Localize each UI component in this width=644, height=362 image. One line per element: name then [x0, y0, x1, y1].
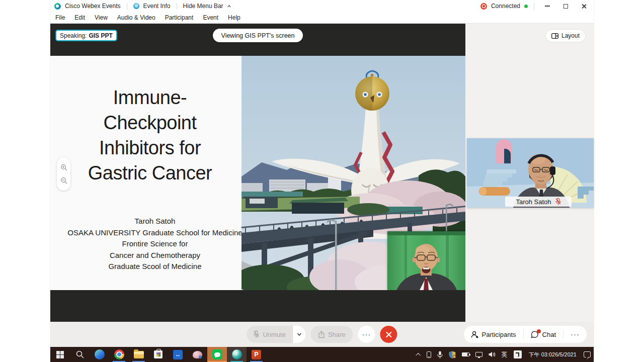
- taskbar-line[interactable]: [207, 347, 227, 362]
- zoom-out-icon[interactable]: [60, 177, 67, 184]
- presentation-slide: Immune- Checkpoint Inhibitors for Gastri…: [50, 56, 465, 290]
- system-tray: 英 下午 03:02 6/5/2021: [414, 347, 594, 362]
- hide-menu-bar-link[interactable]: Hide Menu Bar: [183, 3, 223, 10]
- file-explorer-icon: [134, 351, 144, 358]
- shared-screen-stage: Speaking: GIS PPT Viewing GIS PPT's scre…: [50, 24, 465, 322]
- divider: [177, 3, 177, 10]
- microphone-icon: [437, 351, 443, 358]
- shield-icon: [449, 351, 456, 358]
- viewing-banner: Viewing GIS PPT's screen: [213, 29, 303, 42]
- unmute-button[interactable]: Unmute: [247, 326, 292, 343]
- tray-network[interactable]: [472, 347, 486, 362]
- more-panels-button[interactable]: ···: [564, 326, 587, 343]
- menu-audio-video[interactable]: Audio & Video: [117, 14, 155, 21]
- tray-your-phone[interactable]: [424, 347, 434, 362]
- participants-label: Participants: [482, 331, 516, 338]
- more-options-button[interactable]: ···: [358, 326, 375, 343]
- tray-clock[interactable]: 下午 03:02 6/5/2021: [525, 347, 581, 362]
- slide-title-line: Inhibitors for: [54, 135, 246, 160]
- chat-button[interactable]: Chat: [524, 326, 563, 343]
- battery-icon: [462, 352, 469, 356]
- menu-file[interactable]: File: [55, 14, 65, 21]
- speaking-badge: Speaking: GIS PPT: [55, 30, 117, 41]
- edge-icon: [95, 349, 105, 359]
- start-button[interactable]: [50, 347, 70, 362]
- minimize-button[interactable]: [540, 1, 554, 12]
- taskbar-powerpoint[interactable]: [247, 347, 266, 362]
- taskbar-chrome[interactable]: [109, 347, 129, 362]
- slide-author-block: Taroh Satoh OSAKA UNIVERSITY Graduate Sc…: [64, 216, 246, 273]
- menu-help[interactable]: Help: [228, 14, 240, 21]
- taskbar-apps: ↔: [50, 347, 266, 362]
- tray-volume[interactable]: [486, 347, 499, 362]
- participants-button[interactable]: Participants: [464, 326, 523, 343]
- close-button[interactable]: [577, 1, 591, 12]
- tray-ime-mode[interactable]: [511, 347, 525, 362]
- tray-defender[interactable]: [446, 347, 459, 362]
- tray-microphone[interactable]: [434, 347, 446, 362]
- leave-meeting-button[interactable]: [380, 326, 397, 343]
- audio-options-dropdown[interactable]: [292, 326, 305, 343]
- ime-mode-icon: [514, 350, 522, 358]
- store-icon: [154, 350, 163, 358]
- share-icon: [318, 331, 325, 338]
- action-center-button[interactable]: [581, 347, 594, 362]
- tray-ime-language[interactable]: 英: [499, 347, 511, 362]
- app-title: Cisco Webex Events: [65, 3, 121, 10]
- tray-show-hidden-button[interactable]: [414, 347, 424, 362]
- participants-icon: [471, 331, 478, 338]
- chat-label: Chat: [542, 331, 556, 338]
- meeting-area: Speaking: GIS PPT Viewing GIS PPT's scre…: [50, 24, 594, 322]
- chrome-icon: [114, 349, 124, 359]
- powerpoint-icon: [252, 350, 261, 359]
- panels-pill: Participants Chat ···: [464, 326, 587, 343]
- menu-edit[interactable]: Edit: [74, 14, 85, 21]
- chevron-down-icon: [297, 333, 301, 336]
- layout-grid-icon: [551, 33, 558, 39]
- network-icon: [475, 352, 482, 357]
- chat-icon-wrap: [531, 331, 539, 338]
- tray-battery[interactable]: [459, 347, 472, 362]
- presenter-webcam-video: [387, 231, 465, 290]
- taskbar-microsoft-store[interactable]: [148, 347, 168, 362]
- participant-video-thumbnail[interactable]: Taroh Satoh: [467, 138, 594, 208]
- taskbar-teamviewer[interactable]: ↔: [168, 347, 188, 362]
- webex-logo-icon: [54, 3, 61, 10]
- menu-view[interactable]: View: [95, 14, 108, 21]
- titlebar: Cisco Webex Events Event Info Hide Menu …: [50, 0, 594, 12]
- taskbar-webex[interactable]: [227, 347, 247, 362]
- slide-author-line: Cancer and Chemotherapy: [64, 250, 246, 261]
- layout-button[interactable]: Layout: [545, 29, 586, 42]
- slide-author-line: OSAKA UNIVERSITY Graduate School for Med…: [64, 227, 246, 239]
- slide-text-block: Immune- Checkpoint Inhibitors for Gastri…: [54, 56, 246, 273]
- event-info-link[interactable]: Event Info: [143, 3, 171, 10]
- unmute-button-group: Unmute: [247, 326, 305, 343]
- titlebar-left: Cisco Webex Events Event Info Hide Menu …: [50, 3, 231, 10]
- slide-author-line: Graduate Scool of Medicine: [64, 261, 246, 273]
- right-panel: Layout: [465, 24, 594, 322]
- paint-app-icon: [193, 351, 202, 358]
- connection-status: Connected: [491, 3, 520, 10]
- chevron-up-icon: [416, 352, 421, 357]
- zoom-in-icon[interactable]: [60, 164, 67, 171]
- meeting-control-bar: Unmute Share ···: [50, 322, 594, 347]
- share-button[interactable]: Share: [310, 326, 353, 343]
- clock-time: 下午 03:02: [529, 351, 555, 358]
- teamviewer-icon: ↔: [173, 350, 183, 359]
- connected-dot-icon: [524, 5, 528, 8]
- line-icon: [212, 349, 222, 359]
- maximize-icon: [564, 4, 568, 9]
- taskbar-edge[interactable]: [90, 347, 109, 362]
- maximize-button[interactable]: [558, 1, 573, 12]
- titlebar-right: Connected: [480, 1, 594, 12]
- divider: [534, 3, 534, 10]
- menu-participant[interactable]: Participant: [165, 14, 194, 21]
- menu-bar: File Edit View Audio & Video Participant…: [50, 12, 594, 24]
- taskbar-paint-app[interactable]: [188, 347, 207, 362]
- notification-icon: [584, 351, 591, 357]
- search-button[interactable]: [70, 347, 90, 362]
- layout-button-label: Layout: [561, 32, 580, 39]
- menu-event[interactable]: Event: [203, 14, 218, 21]
- taskbar-file-explorer[interactable]: [129, 347, 148, 362]
- right-controls: Participants Chat ···: [464, 326, 587, 343]
